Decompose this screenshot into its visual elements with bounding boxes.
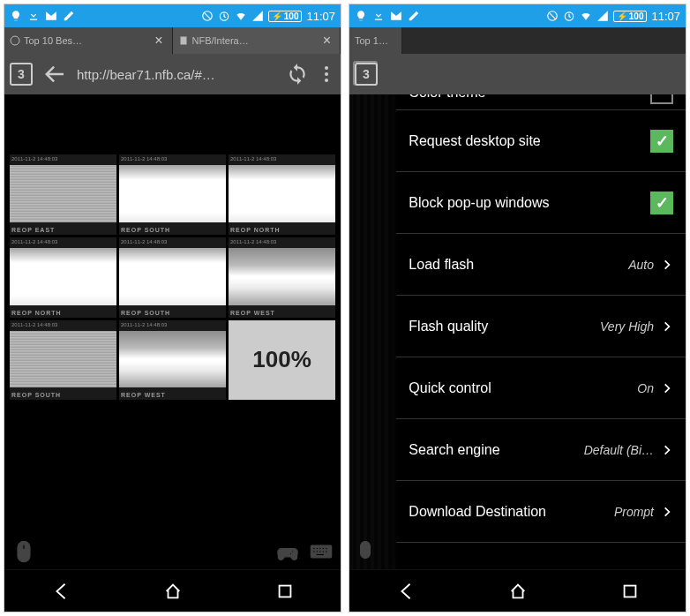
settings-list[interactable]: Color theme Request desktop site Block p… — [396, 94, 686, 569]
download-icon — [27, 10, 40, 22]
setting-load-flash[interactable]: Load flash Auto — [396, 234, 686, 296]
nav-back-icon[interactable] — [51, 582, 71, 601]
camera-feed[interactable]: 100% — [229, 320, 335, 401]
back-icon[interactable] — [41, 61, 68, 87]
camera-feed[interactable]: 2011-11-2 14:48:03REOP NORTH — [229, 154, 335, 235]
nav-recent-icon[interactable] — [620, 582, 640, 601]
chevron-right-icon — [661, 320, 673, 333]
svg-rect-6 — [313, 547, 315, 549]
reload-icon[interactable] — [286, 63, 309, 86]
setting-quick-control[interactable]: Quick control On — [396, 357, 686, 419]
camera-feed[interactable]: 2011-11-2 14:48:03REOP SOUTH — [119, 237, 226, 318]
svg-rect-14 — [322, 551, 324, 552]
camera-feed[interactable]: 2011-11-2 14:48:03REOP SOUTH — [119, 154, 226, 235]
clock: 11:07 — [306, 10, 335, 23]
setting-label: Search engine — [409, 442, 499, 458]
clock: 11:07 — [651, 10, 680, 23]
tab-strip: Top 1… — [349, 27, 686, 54]
mouse-icon[interactable] — [355, 539, 376, 564]
tab-title: Top 10 Bes… — [24, 35, 82, 46]
settings-panel: Settings Color theme Request desktop sit… — [396, 94, 686, 569]
setting-label: Flash quality — [409, 319, 488, 334]
camera-grid: 2011-11-2 14:48:03REOP EAST 2011-11-2 14… — [4, 147, 341, 407]
navigation-bar — [349, 569, 686, 612]
browser-tab[interactable]: Top 1… — [349, 27, 402, 54]
svg-rect-13 — [319, 551, 321, 552]
status-bar: ⚡100 11:07 — [4, 4, 341, 27]
url-input[interactable]: http://bear71.nfb.ca/#… — [77, 67, 277, 82]
nav-home-icon[interactable] — [508, 582, 528, 601]
tab-count-button[interactable]: 3 — [355, 63, 378, 86]
close-icon[interactable]: × — [319, 33, 334, 49]
nav-home-icon[interactable] — [163, 582, 183, 601]
page-content: Settings Color theme Request desktop sit… — [349, 94, 686, 569]
svg-rect-9 — [322, 547, 324, 549]
block-icon — [201, 10, 214, 22]
page-icon — [178, 35, 189, 46]
gamepad-icon[interactable] — [275, 539, 300, 564]
edit-icon — [63, 10, 75, 22]
status-bar: ⚡100 11:07 — [349, 4, 686, 27]
block-icon — [546, 10, 559, 22]
nav-recent-icon[interactable] — [275, 582, 295, 601]
navigation-bar — [4, 569, 341, 612]
page-toolbar — [11, 539, 334, 564]
setting-label: Download Destination — [409, 504, 546, 520]
setting-download-destination[interactable]: Download Destination Prompt — [396, 481, 686, 543]
mail-icon — [390, 10, 402, 22]
overflow-menu-icon[interactable] — [318, 63, 335, 86]
lightbulb-icon — [10, 10, 22, 22]
svg-rect-21 — [624, 585, 635, 597]
signal-icon — [596, 10, 609, 22]
svg-rect-8 — [319, 547, 321, 549]
checkbox-icon[interactable] — [650, 130, 673, 153]
browser-tab[interactable]: NFB/Intera… × — [173, 27, 341, 54]
download-icon — [372, 10, 385, 22]
camera-feed[interactable]: 2011-11-2 14:48:03REOP SOUTH — [10, 320, 116, 401]
color-swatch — [650, 94, 673, 104]
setting-value: Prompt — [614, 505, 654, 519]
nav-back-icon[interactable] — [396, 582, 416, 601]
chevron-right-icon — [661, 382, 673, 394]
camera-feed[interactable]: 2011-11-2 14:48:03REOP WEST — [119, 320, 226, 401]
setting-label: Request desktop site — [409, 133, 540, 149]
battery-indicator: ⚡100 — [268, 11, 303, 22]
checkbox-icon[interactable] — [650, 192, 673, 214]
chevron-right-icon — [661, 259, 673, 271]
mail-icon — [45, 10, 57, 22]
tab-title: Top 1… — [355, 35, 388, 46]
camera-feed[interactable]: 2011-11-2 14:48:03REOP NORTH — [10, 237, 116, 318]
setting-label: Color theme — [409, 94, 485, 101]
lightbulb-icon — [355, 10, 367, 22]
svg-rect-16 — [316, 553, 324, 555]
tab-count-button[interactable]: 3 — [10, 63, 33, 86]
svg-point-3 — [11, 36, 19, 45]
setting-flash-quality[interactable]: Flash quality Very High — [396, 296, 686, 357]
keyboard-icon[interactable] — [309, 539, 334, 564]
mouse-icon[interactable] — [11, 539, 36, 564]
svg-rect-12 — [316, 551, 318, 552]
chevron-right-icon — [661, 506, 673, 518]
svg-rect-15 — [326, 551, 327, 552]
browser-tab[interactable]: Top 10 Bes… × — [4, 27, 173, 54]
alarm-icon — [563, 10, 575, 22]
setting-search-engine[interactable]: Search engine Default (Bi… — [396, 419, 686, 481]
camera-feed[interactable]: 2011-11-2 14:48:03REOP EAST — [10, 154, 116, 235]
svg-rect-7 — [316, 547, 318, 549]
phone-screenshot-left: ⚡100 11:07 Top 10 Bes… × NFB/Intera… × 3… — [4, 4, 341, 612]
setting-label: Quick control — [409, 380, 491, 396]
setting-block-popups[interactable]: Block pop-up windows — [396, 172, 686, 234]
setting-request-desktop[interactable]: Request desktop site — [396, 110, 686, 172]
close-icon[interactable]: × — [151, 33, 166, 49]
setting-label: Block pop-up windows — [409, 195, 549, 211]
setting-value: Default (Bi… — [584, 443, 654, 457]
setting-value: On — [637, 381, 654, 395]
setting-color-theme[interactable]: Color theme — [396, 94, 686, 110]
svg-rect-17 — [279, 585, 290, 597]
camera-feed[interactable]: 2011-11-2 14:48:03REOP WEST — [229, 237, 335, 318]
page-content: 2011-11-2 14:48:03REOP EAST 2011-11-2 14… — [4, 94, 341, 569]
tab-strip: Top 10 Bes… × NFB/Intera… × — [4, 27, 341, 54]
svg-rect-11 — [313, 551, 315, 552]
chevron-right-icon — [661, 444, 673, 456]
wifi-icon — [235, 10, 247, 22]
